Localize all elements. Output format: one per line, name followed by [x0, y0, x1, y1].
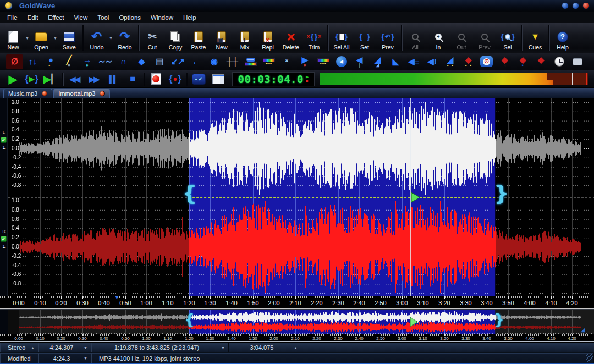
open-button[interactable]: Open: [30, 24, 53, 52]
record-button[interactable]: [146, 72, 166, 86]
fast-forward-button[interactable]: ▶▶: [84, 72, 103, 86]
undo-dropdown[interactable]: ▾: [108, 24, 113, 52]
set-button[interactable]: {}Set: [353, 24, 376, 52]
reverse-icon[interactable]: ∩: [115, 54, 132, 69]
flanger-icon[interactable]: ◆: [133, 54, 150, 69]
stop-button[interactable]: ■: [123, 72, 142, 86]
pitch-icon[interactable]: →●: [79, 54, 96, 69]
status-cell-3-04-075[interactable]: 3:04.075▲: [229, 343, 301, 352]
close-button[interactable]: [582, 2, 590, 9]
restore-disabled-icon[interactable]: ∅: [6, 54, 23, 69]
trim-button[interactable]: ×{}×Trim: [302, 24, 326, 52]
status-cell-4-24-307[interactable]: 4:24.307▼: [38, 343, 91, 352]
menu-tool[interactable]: Tool: [92, 13, 114, 22]
copy-button[interactable]: Copy: [164, 24, 187, 52]
silence-reduction-icon[interactable]: ▶×: [296, 54, 314, 69]
new-button[interactable]: ▣New: [210, 24, 233, 52]
menu-effect[interactable]: Effect: [43, 13, 69, 22]
toolbar-button-label: Repl: [262, 45, 274, 51]
loudness-icon[interactable]: ◀!: [424, 54, 441, 69]
tab-immortal-mp3[interactable]: Immortal.mp3: [53, 89, 110, 98]
open-dropdown[interactable]: ▾: [53, 24, 58, 52]
status-cell-stereo[interactable]: Stereo▲: [0, 343, 38, 352]
monitor-button[interactable]: ●✓: [189, 72, 208, 86]
maximize-volume-icon[interactable]: ◀: [333, 54, 350, 69]
filter-icon[interactable]: ∼∼: [97, 54, 114, 69]
redo-button[interactable]: ↷Redo: [113, 24, 136, 52]
fade-icon[interactable]: ◣: [387, 54, 404, 69]
menu-help[interactable]: Help: [178, 13, 201, 22]
resample-icon[interactable]: ◉: [206, 54, 223, 69]
monitor-off-icon[interactable]: ∅: [478, 54, 495, 69]
status-cell-1-19-878-to-3-43-825-2-2[interactable]: 1:19.878 to 3:43.825 (2:23.947)▼: [91, 343, 229, 352]
channel-l-enable-checkbox[interactable]: ✓: [1, 137, 7, 143]
pause-button[interactable]: ▌▌: [103, 72, 123, 86]
shape-volume-icon[interactable]: ◢◢: [369, 54, 386, 69]
channel-r-enable-checkbox[interactable]: ✓: [1, 236, 7, 242]
volume-envelope-icon[interactable]: ◢•─•: [442, 54, 459, 69]
control-properties-button[interactable]: [208, 72, 228, 86]
equalizer-icon[interactable]: ┼┼: [224, 54, 241, 69]
save-button[interactable]: Save: [58, 24, 81, 52]
sel-button[interactable]: {}Sel: [496, 24, 519, 52]
doppler-icon[interactable]: ↑↓: [24, 54, 41, 69]
cues-button[interactable]: ▼Cues: [524, 24, 547, 52]
mechanize-icon[interactable]: ▤: [151, 54, 168, 69]
overview-selection-end-handle[interactable]: }: [494, 312, 504, 327]
spectrum-shaper-icon[interactable]: •─•: [260, 54, 277, 69]
expression-evaluator-icon[interactable]: ╱×: [61, 54, 78, 69]
time-ruler[interactable]: 0:000:100:200:300:400:501:001:101:201:30…: [0, 296, 594, 309]
status-cell-4-24-3[interactable]: 4:24.3▼: [38, 353, 91, 363]
paste-button[interactable]: Paste: [187, 24, 210, 52]
rewind-button[interactable]: ◀◀: [65, 72, 84, 86]
comment-icon[interactable]: [569, 54, 586, 69]
interpolate-icon[interactable]: *: [278, 54, 295, 69]
in-button[interactable]: +In: [427, 24, 450, 52]
offset-icon[interactable]: ↙↗: [169, 54, 186, 69]
overview-ruler[interactable]: 0:000:100:200:300:400:501:001:101:201:30…: [0, 334, 594, 342]
selection-end-handle[interactable]: }: [494, 183, 509, 203]
overview-strip[interactable]: ◢ {}: [0, 309, 594, 334]
maximize-button[interactable]: [572, 2, 579, 9]
preview-pause-icon[interactable]: ◆▪: [514, 54, 531, 69]
preview-stop-icon[interactable]: ◆─: [532, 54, 549, 69]
overview-selection-start-handle[interactable]: {: [184, 312, 195, 327]
menu-view[interactable]: View: [69, 13, 93, 22]
play-selection-button[interactable]: {▶}: [22, 72, 41, 86]
undo-button[interactable]: ↶Undo: [85, 24, 108, 52]
new-dropdown[interactable]: ▾: [25, 24, 30, 52]
prev-button[interactable]: {↶}Prev: [376, 24, 399, 52]
menu-window[interactable]: Window: [146, 13, 178, 22]
menu-file[interactable]: File: [2, 13, 23, 22]
repl-button[interactable]: ×Repl: [256, 24, 279, 52]
preview-play-icon[interactable]: ◆◂: [496, 54, 513, 69]
tab-close-button[interactable]: [100, 91, 105, 96]
spectrum-filter-icon[interactable]: [242, 54, 259, 69]
delete-button[interactable]: ×Delete: [279, 24, 302, 52]
playback-rate-icon[interactable]: ←: [188, 54, 205, 69]
play-from-cursor-button[interactable]: ▶▏: [41, 72, 61, 86]
tab-music-mp3[interactable]: Music.mp3: [3, 89, 52, 98]
change-volume-icon[interactable]: ◀┼: [351, 54, 368, 69]
selection-start-handle[interactable]: {: [182, 183, 197, 203]
sel-all-button[interactable]: {}Sel All: [330, 24, 353, 52]
pan-envelope-icon[interactable]: ◆•─•: [460, 54, 477, 69]
help-button[interactable]: ?Help: [551, 24, 574, 52]
tab-close-button[interactable]: [42, 91, 47, 96]
resize-grip[interactable]: [586, 354, 593, 362]
overview-waveform-canvas[interactable]: [8, 310, 594, 334]
overview-corner-grip[interactable]: ◢: [581, 326, 585, 333]
play-button[interactable]: ▶: [3, 72, 22, 86]
record-selection-button[interactable]: {●}: [166, 72, 185, 86]
cut-button[interactable]: ✂Cut: [141, 24, 164, 52]
menu-edit[interactable]: Edit: [23, 13, 43, 22]
minimize-button[interactable]: [562, 2, 569, 9]
new-button[interactable]: New: [2, 24, 25, 52]
preview-timer-icon[interactable]: [551, 54, 568, 69]
cue-marker-triangle[interactable]: ▼: [114, 296, 119, 300]
match-volume-icon[interactable]: ◀≡: [405, 54, 422, 69]
mix-button[interactable]: +Mix: [233, 24, 256, 52]
menu-options[interactable]: Options: [114, 13, 146, 22]
noise-gate-icon[interactable]: •─•: [315, 54, 332, 69]
dynamics-icon[interactable]: ●•─: [42, 54, 59, 69]
